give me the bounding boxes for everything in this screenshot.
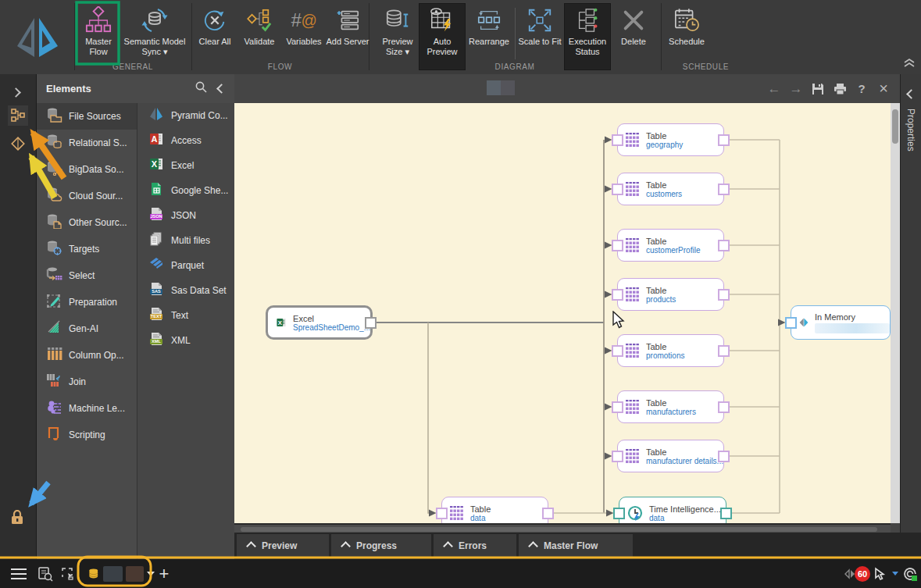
input-port[interactable] [785,317,797,329]
node-excel-source[interactable]: X ExcelSpreadSheetDemo_... [266,305,373,340]
input-port[interactable] [612,451,623,462]
output-port[interactable] [718,401,730,413]
sub-flow-icon[interactable] [8,105,28,126]
tab-preview[interactable]: Preview [237,534,329,558]
master-flow-rail-icon[interactable] [9,135,27,155]
semantic-model-sync-button[interactable]: Semantic Model Sync ▾ [120,4,189,69]
node-table-customers[interactable]: Tablecustomers [617,173,724,205]
rearrange-button[interactable]: Rearrange [466,4,512,69]
item-multi-files[interactable]: Multi files [137,228,235,253]
node-table-geography[interactable]: Tablegeography [617,123,724,156]
item-google-sheets[interactable]: Google She... [137,178,235,203]
new-tab-button[interactable]: + [153,559,175,588]
input-port[interactable] [612,345,623,357]
input-port[interactable] [436,508,448,519]
category-machine-learning[interactable]: Machine Le... [37,395,137,422]
schedule-button[interactable]: Schedule [663,4,710,69]
category-scripting[interactable]: Scripting [37,422,137,448]
variables-button[interactable]: #@ Variables [282,4,326,69]
node-table-data[interactable]: Tabledata [441,497,548,523]
node-table-promotions[interactable]: Tablepromotions [617,334,724,367]
category-bigdata-sources[interactable]: BigData So... [37,156,137,183]
output-port[interactable] [718,240,730,251]
item-json[interactable]: JSON JSON [137,203,235,228]
validate-button[interactable]: Validate [237,4,281,69]
flow-canvas[interactable]: X ExcelSpreadSheetDemo_... Tablegeograph… [234,103,891,523]
delete-button[interactable]: Delete [612,4,655,69]
menu-icon[interactable] [8,559,30,588]
print-icon[interactable] [830,74,850,103]
connection-status-icon[interactable] [900,559,920,588]
category-select[interactable]: Select [37,262,137,289]
content-search-icon[interactable] [34,559,56,588]
collapse-ribbon-button[interactable] [902,57,916,71]
pointer-icon[interactable] [870,559,889,588]
output-port[interactable] [718,451,730,462]
item-access[interactable]: A Access [137,128,235,153]
node-table-customerProfile[interactable]: TablecustomerProfile [617,229,724,262]
cloud-sources-icon [46,187,62,205]
input-port[interactable] [612,289,623,301]
item-xml[interactable]: XML XML [137,328,235,353]
selection-tool-icon[interactable] [58,559,80,588]
pyramid-logo[interactable] [0,0,74,74]
output-port[interactable] [542,508,554,519]
output-port[interactable] [720,508,732,519]
auto-preview-button[interactable]: Auto Preview [419,4,465,69]
execution-status-button[interactable]: Execution Status [565,4,610,69]
category-cloud-sources[interactable]: Cloud Sour... [37,183,137,209]
scrollbar-thumb[interactable] [892,109,898,144]
collapse-elements-chevron[interactable] [218,81,225,95]
expand-properties-chevron[interactable] [908,87,915,101]
item-text[interactable]: TEXT Text [137,303,235,328]
category-gen-ai[interactable]: Gen-AI [37,315,137,342]
save-icon[interactable] [808,74,828,103]
category-relational-sources[interactable]: Relational S... [37,130,137,156]
scale-to-fit-button[interactable]: Scale to Fit [518,4,562,69]
add-server-button[interactable]: Add Server [326,4,369,69]
properties-panel-collapsed[interactable]: Properties [900,74,921,533]
output-port[interactable] [365,317,377,329]
item-sas-data-set[interactable]: SAS Sas Data Set [137,278,235,303]
category-other-sources[interactable]: Other Sourc... [37,209,137,236]
category-preparation[interactable]: Preparation [37,289,137,315]
search-icon[interactable] [195,81,207,96]
item-excel[interactable]: X Excel [137,153,235,178]
input-port[interactable] [612,401,623,413]
node-table-manufacturers[interactable]: Tablemanufacturers [617,390,724,423]
node-in-memory[interactable]: In Memory [791,305,891,340]
category-column-operations[interactable]: Column Op... [37,342,137,369]
category-file-sources[interactable]: File Sources [37,103,137,130]
category-join[interactable]: Join [37,369,137,395]
expand-panel-chevron[interactable] [12,85,20,99]
tab-progress[interactable]: Progress [331,534,431,558]
item-pyramid-connector[interactable]: Pyramid Co... [137,103,235,128]
back-icon[interactable]: ← [764,74,784,103]
preview-size-button[interactable]: Preview Size ▾ [376,4,419,69]
svg-text:XML: XML [152,339,161,344]
forward-icon[interactable]: → [786,74,806,103]
node-table-manufacturer-details[interactable]: Tablemanufacturer details... [617,440,724,472]
close-icon[interactable]: × [873,74,894,103]
scrollbar-thumb[interactable] [241,527,877,532]
lock-icon[interactable] [10,510,24,528]
category-targets[interactable]: Targets [37,236,137,262]
node-table-products[interactable]: Tableproducts [617,278,724,311]
master-flow-button[interactable]: Master Flow [77,4,120,69]
help-icon[interactable]: ? [851,74,872,103]
tab-errors[interactable]: Errors [434,534,516,558]
canvas-vertical-scrollbar[interactable] [891,103,900,523]
open-flow-tab[interactable] [81,561,155,586]
output-port[interactable] [718,134,730,146]
item-parquet[interactable]: Parquet [137,253,235,278]
clear-all-button[interactable]: Clear All [193,4,237,69]
output-port[interactable] [718,184,730,195]
input-port[interactable] [612,240,623,251]
tab-master-flow[interactable]: Master Flow [519,534,633,558]
node-time-intelligence[interactable]: Time Intelligence...data [619,497,726,523]
input-port[interactable] [612,184,623,195]
input-port[interactable] [613,508,625,519]
output-port[interactable] [718,345,730,357]
input-port[interactable] [612,134,623,146]
output-port[interactable] [718,289,730,301]
